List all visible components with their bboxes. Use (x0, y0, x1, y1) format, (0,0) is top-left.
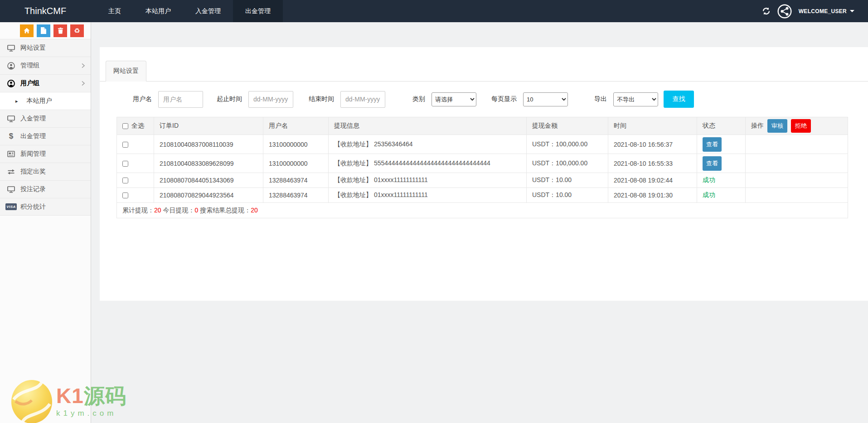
page-size-select[interactable]: 10 (523, 92, 568, 106)
sidebar-item-label: 网站设置 (20, 44, 46, 52)
main-area: 网站设置 用户名 起止时间 结束时间 类别 请选择 每页显示 10 导出 不导出… (91, 22, 868, 423)
sidebar-item-label: 积分统计 (20, 203, 46, 211)
amount-cell: USDT：100,000.00 (527, 135, 608, 154)
sidebar-item-deposit[interactable]: 入金管理 (0, 110, 91, 127)
withdraw-info-cell: 【收款地址】 01xxxx11111111111 (329, 173, 527, 188)
sidebar-item-site-settings[interactable]: 网站设置 (0, 39, 91, 57)
sidebar-menu: 网站设置 管理组 用户组 ▸ 本站用户 (0, 39, 91, 216)
username-cell: 13288463974 (263, 173, 329, 188)
order-id-cell: 210810040833089628099 (154, 154, 263, 173)
username-cell: 13100000000 (263, 154, 329, 173)
order-id-cell: 210808070829044923564 (154, 188, 263, 203)
nav-item-deposit[interactable]: 入金管理 (183, 0, 233, 22)
sidebar-item-withdraw[interactable]: $ 出金管理 (0, 127, 91, 145)
user-menu[interactable]: WELCOME_USER (799, 8, 854, 14)
username-cell: 13100000000 (263, 135, 329, 154)
tab-site-settings[interactable]: 网站设置 (106, 61, 146, 82)
start-time-label: 起止时间 (217, 95, 242, 103)
summary-row: 累计提现：20 今日提现：0 搜索结果总提现：20 (117, 203, 848, 218)
row-checkbox[interactable] (122, 142, 128, 148)
refresh-icon[interactable] (762, 7, 771, 15)
home-button[interactable] (20, 24, 34, 37)
view-button[interactable]: 查看 (703, 137, 722, 152)
view-button[interactable]: 查看 (703, 156, 722, 171)
row-checkbox[interactable] (122, 178, 128, 183)
col-order-id: 订单ID (154, 117, 263, 135)
amount-cell: USDT：10.00 (527, 188, 608, 203)
col-actions-label: 操作 (751, 122, 764, 130)
recycle-button[interactable]: ♻ (70, 24, 84, 37)
sidebar-item-user-group[interactable]: 用户组 (0, 74, 91, 92)
search-total-label: 搜索结果总提现： (200, 207, 251, 214)
brand-logo[interactable]: ThinkCMF (0, 0, 91, 22)
select-all-label: 全选 (131, 122, 144, 130)
end-time-input[interactable] (340, 91, 385, 108)
time-cell: 2021-08-08 19:02:44 (608, 173, 697, 188)
sidebar-item-points-stats[interactable]: VISA 积分统计 (0, 198, 91, 216)
table-row: 210810040833089628099 13100000000 【收款地址】… (117, 154, 848, 173)
export-label: 导出 (594, 95, 607, 103)
trash-button[interactable] (53, 24, 67, 37)
actions-cell (746, 154, 848, 173)
sidebar-item-label: 新闻管理 (20, 150, 46, 158)
table-row: 210808070844051343069 13288463974 【收款地址】… (117, 173, 848, 188)
status-badge: 成功 (703, 176, 715, 183)
sidebar-item-news[interactable]: 新闻管理 (0, 145, 91, 163)
category-label: 类别 (412, 95, 425, 103)
sidebar-item-assigned-prize[interactable]: 指定出奖 (0, 163, 91, 180)
col-time: 时间 (608, 117, 697, 135)
actions-cell (746, 173, 848, 188)
today-withdraw-value: 0 (194, 207, 198, 214)
amount-cell: USDT：100,000.00 (527, 154, 608, 173)
row-checkbox[interactable] (122, 192, 128, 198)
table-row: 210810040837008110039 13100000000 【收款地址】… (117, 135, 848, 154)
reject-button[interactable]: 拒绝 (791, 119, 811, 133)
sidebar-item-label: 用户组 (20, 79, 39, 87)
end-time-label: 结束时间 (309, 95, 334, 103)
chevron-down-icon (850, 10, 854, 12)
total-withdraw-value: 20 (154, 207, 161, 214)
col-withdraw-info: 提现信息 (329, 117, 527, 135)
top-navbar: ThinkCMF 主页 本站用户 入金管理 出金管理 (0, 0, 868, 22)
sidebar-item-admin-group[interactable]: 管理组 (0, 57, 91, 74)
col-status: 状态 (697, 117, 746, 135)
chevron-right-icon (81, 63, 85, 68)
status-badge: 成功 (703, 191, 715, 198)
order-id-cell: 210810040837008110039 (154, 135, 263, 154)
tab-bar: 网站设置 (100, 47, 868, 82)
col-username: 用户名 (263, 117, 329, 135)
table-row: 210808070829044923564 13288463974 【收款地址】… (117, 188, 848, 203)
user-circle-icon (7, 80, 15, 87)
main-nav: 主页 本站用户 入金管理 出金管理 (96, 0, 283, 22)
sidebar-item-bet-records[interactable]: 投注记录 (0, 180, 91, 198)
nav-item-home[interactable]: 主页 (96, 0, 133, 22)
visa-icon: VISA (7, 203, 15, 210)
sidebar-item-label: 投注记录 (20, 185, 46, 193)
sidebar-item-label: 出金管理 (20, 132, 46, 140)
start-time-input[interactable] (248, 91, 293, 108)
monitor-icon (7, 45, 15, 52)
export-select[interactable]: 不导出 (613, 92, 658, 106)
newspaper-icon (7, 151, 15, 157)
sidebar-item-site-users[interactable]: ▸ 本站用户 (0, 92, 91, 110)
dollar-icon: $ (7, 132, 15, 141)
navbar-right: WELCOME_USER (762, 0, 868, 22)
row-checkbox[interactable] (122, 161, 128, 167)
nav-item-withdraw[interactable]: 出金管理 (233, 0, 283, 22)
file-button[interactable] (37, 24, 50, 37)
category-select[interactable]: 请选择 (432, 92, 476, 106)
select-all-checkbox[interactable] (122, 123, 128, 129)
user-menu-label: WELCOME_USER (799, 8, 847, 14)
approve-button[interactable]: 审核 (767, 119, 787, 133)
total-withdraw-label: 累计提现： (122, 207, 154, 214)
filter-toolbar: 用户名 起止时间 结束时间 类别 请选择 每页显示 10 导出 不导出 查找 (133, 91, 868, 108)
actions-cell (746, 188, 848, 203)
user-circle-icon (7, 62, 15, 70)
file-icon (41, 27, 46, 34)
nav-item-site-users[interactable]: 本站用户 (133, 0, 183, 22)
avatar[interactable] (777, 4, 792, 19)
trash-icon (58, 28, 63, 34)
sidebar-item-label: 本站用户 (27, 97, 52, 105)
search-button[interactable]: 查找 (664, 91, 694, 108)
username-input[interactable] (158, 91, 203, 108)
